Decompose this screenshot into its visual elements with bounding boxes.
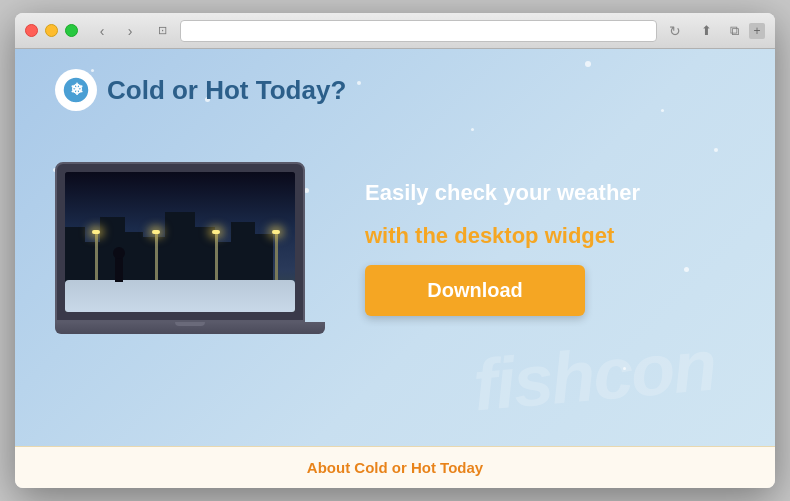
close-button[interactable] <box>25 24 38 37</box>
window-icon-button[interactable]: ⊡ <box>152 22 172 40</box>
page-content: fishcon ❄ Cold or Hot Today? <box>15 49 775 488</box>
browser-window: ‹ › ⊡ ↻ ⬆ ⧉ + <box>15 13 775 488</box>
snowflake-icon: ❄ <box>62 76 90 104</box>
logo-title: Cold or Hot Today? <box>107 75 346 106</box>
laptop-screen-outer <box>55 162 305 322</box>
back-button[interactable]: ‹ <box>90 22 114 40</box>
main-section: fishcon ❄ Cold or Hot Today? <box>15 49 775 446</box>
about-link[interactable]: About Cold or Hot Today <box>307 459 483 476</box>
minimize-button[interactable] <box>45 24 58 37</box>
download-button[interactable]: Download <box>365 265 585 316</box>
logo-row: ❄ Cold or Hot Today? <box>55 69 346 111</box>
share-button[interactable]: ⬆ <box>695 22 717 40</box>
tagline-orange: with the desktop widget <box>365 223 735 249</box>
browser-action-buttons: ⬆ ⧉ <box>695 22 745 40</box>
watermark-text: fishcon <box>470 324 718 427</box>
tagline-white: Easily check your weather <box>365 179 735 208</box>
svg-text:❄: ❄ <box>70 81 83 98</box>
laptop-screen-inner <box>65 172 295 312</box>
tagline-highlight: Easily <box>365 180 429 205</box>
title-bar: ‹ › ⊡ ↻ ⬆ ⧉ + <box>15 13 775 49</box>
logo-icon: ❄ <box>55 69 97 111</box>
forward-button[interactable]: › <box>118 22 142 40</box>
refresh-button[interactable]: ↻ <box>663 22 687 40</box>
new-tab-button[interactable]: + <box>749 23 765 39</box>
laptop-base <box>55 322 325 334</box>
traffic-lights <box>25 24 78 37</box>
address-bar[interactable] <box>180 20 657 42</box>
laptop-mockup <box>55 162 325 334</box>
content-row: Easily check your weather with the deskt… <box>55 162 735 334</box>
maximize-button[interactable] <box>65 24 78 37</box>
bottom-bar: About Cold or Hot Today <box>15 446 775 488</box>
right-panel: Easily check your weather with the deskt… <box>365 179 735 317</box>
nav-buttons: ‹ › <box>90 22 142 40</box>
tabs-button[interactable]: ⧉ <box>723 22 745 40</box>
night-scene <box>65 172 295 312</box>
